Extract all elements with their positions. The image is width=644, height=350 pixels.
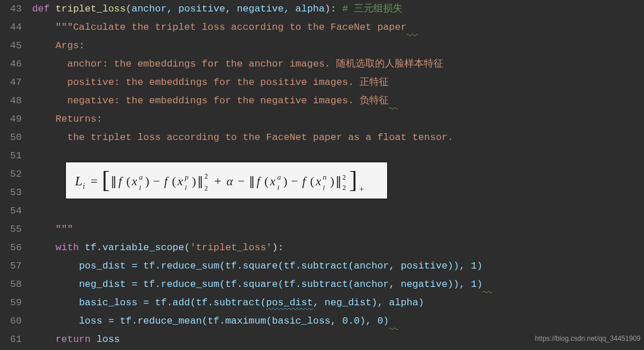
svg-text:x: x bbox=[131, 174, 138, 188]
svg-text:=: = bbox=[91, 174, 97, 188]
svg-text:]: ] bbox=[349, 166, 357, 193]
svg-text:i: i bbox=[83, 182, 85, 190]
line-number: 48 bbox=[5, 92, 22, 110]
line-number: 59 bbox=[5, 294, 22, 312]
code-line[interactable]: Args: bbox=[32, 37, 644, 55]
warning-underline: pos_dist bbox=[266, 297, 313, 308]
svg-text:): ) bbox=[192, 174, 196, 188]
svg-text:+: + bbox=[359, 184, 364, 193]
paren: ) bbox=[325, 3, 330, 14]
svg-text:(: ( bbox=[264, 174, 268, 188]
comment: # 三元组损失 bbox=[342, 3, 403, 14]
code-line[interactable]: positive: the embeddings for the positiv… bbox=[32, 73, 644, 92]
svg-text:‖: ‖ bbox=[111, 174, 117, 188]
svg-text:2: 2 bbox=[342, 184, 346, 192]
code-line[interactable] bbox=[32, 202, 644, 220]
line-number: 49 bbox=[5, 110, 22, 129]
line-number: 47 bbox=[5, 73, 22, 92]
svg-text:): ) bbox=[330, 174, 334, 188]
code-line[interactable]: """Calculate the triplet loss according … bbox=[32, 18, 644, 37]
svg-text:a: a bbox=[139, 173, 142, 181]
svg-text:i: i bbox=[323, 184, 325, 192]
code-line[interactable]: """ bbox=[32, 220, 644, 239]
svg-text:α: α bbox=[227, 174, 233, 188]
line-number: 61 bbox=[5, 330, 22, 349]
svg-text:2: 2 bbox=[204, 184, 208, 192]
keyword-with: with bbox=[56, 242, 79, 253]
line-number: 58 bbox=[5, 275, 22, 294]
line-number: 53 bbox=[5, 184, 22, 202]
svg-text:i: i bbox=[185, 184, 187, 192]
paren: ( bbox=[184, 242, 190, 253]
line-number: 45 bbox=[5, 37, 22, 55]
svg-text:(: ( bbox=[172, 174, 176, 188]
code-line[interactable]: def triplet_loss(anchor, positive, negat… bbox=[32, 0, 644, 18]
svg-text:x: x bbox=[177, 174, 184, 188]
svg-text:): ) bbox=[145, 174, 149, 188]
line-number: 50 bbox=[5, 129, 22, 147]
line-number: 44 bbox=[5, 18, 22, 37]
statement: basic_loss = tf.add(tf.subtract( bbox=[79, 297, 266, 308]
line-number: 60 bbox=[5, 312, 22, 330]
docstring: the triplet loss according to the FaceNe… bbox=[56, 132, 454, 143]
svg-text:[: [ bbox=[102, 166, 110, 193]
code-line[interactable]: anchor: the embeddings for the anchor im… bbox=[32, 55, 644, 73]
svg-text:(: ( bbox=[126, 174, 130, 188]
docstring: anchor: the embeddings for the anchor im… bbox=[56, 59, 444, 69]
line-number: 57 bbox=[5, 257, 22, 275]
svg-text:f: f bbox=[164, 174, 169, 188]
docstring: Returns: bbox=[56, 114, 103, 125]
svg-text:i: i bbox=[139, 184, 141, 192]
line-number: 46 bbox=[5, 55, 22, 73]
svg-text:‖: ‖ bbox=[249, 174, 255, 188]
keyword-return: return bbox=[56, 334, 91, 345]
watermark: https://blog.csdn.net/qq_34451909 bbox=[535, 329, 641, 348]
code-line[interactable]: negative: the embeddings for the negativ… bbox=[32, 92, 644, 110]
line-number: 55 bbox=[5, 220, 22, 239]
code-line[interactable]: pos_dist = tf.reduce_sum(tf.square(tf.su… bbox=[32, 257, 644, 275]
svg-text:f: f bbox=[119, 174, 124, 188]
identifier: loss bbox=[96, 334, 120, 345]
svg-text:f: f bbox=[302, 174, 307, 188]
formula-image: L i = [ ‖ f ( x a i ) − f ( x p i ) ‖ 2 … bbox=[66, 162, 387, 199]
code-line[interactable]: Returns: bbox=[32, 110, 644, 129]
statement: , neg_dist), alpha) bbox=[313, 297, 424, 308]
svg-text:2: 2 bbox=[204, 172, 208, 180]
svg-text:2: 2 bbox=[342, 173, 346, 181]
svg-text:−: − bbox=[153, 174, 160, 188]
docstring: Args: bbox=[56, 40, 85, 51]
svg-text:+: + bbox=[214, 174, 221, 188]
line-number: 54 bbox=[5, 202, 22, 220]
svg-text:x: x bbox=[270, 174, 276, 188]
svg-text:−: − bbox=[291, 174, 298, 188]
call: tf.variable_scope bbox=[85, 242, 184, 253]
docstring: negative: the embeddings for the negativ… bbox=[56, 95, 389, 106]
code-line[interactable]: neg_dist = tf.reduce_sum(tf.square(tf.su… bbox=[32, 275, 644, 294]
svg-text:f: f bbox=[256, 174, 261, 188]
code-line[interactable]: loss = tf.reduce_mean(tf.maximum(basic_l… bbox=[32, 312, 644, 330]
statement: loss = tf.reduce_mean(tf.maximum(basic_l… bbox=[79, 316, 389, 326]
string: 'triplet_loss' bbox=[190, 242, 272, 253]
code-line[interactable]: basic_loss = tf.add(tf.subtract(pos_dist… bbox=[32, 294, 644, 312]
colon: : bbox=[278, 242, 284, 253]
line-number: 56 bbox=[5, 239, 22, 257]
svg-text:L: L bbox=[75, 173, 83, 188]
svg-text:(: ( bbox=[310, 174, 314, 188]
svg-text:i: i bbox=[277, 184, 279, 192]
svg-text:n: n bbox=[323, 173, 326, 181]
code-line[interactable]: the triplet loss according to the FaceNe… bbox=[32, 129, 644, 147]
line-number-gutter: 43 44 45 46 47 48 49 50 51 52 53 54 55 5… bbox=[0, 0, 30, 350]
params: anchor, positive, negative, alpha bbox=[131, 3, 325, 14]
docstring: positive: the embeddings for the positiv… bbox=[56, 77, 389, 88]
svg-text:): ) bbox=[283, 174, 287, 188]
line-number: 52 bbox=[5, 165, 22, 184]
svg-text:a: a bbox=[277, 173, 280, 181]
svg-text:‖: ‖ bbox=[197, 174, 204, 188]
code-line[interactable]: with tf.variable_scope('triplet_loss'): bbox=[32, 239, 644, 257]
svg-text:‖: ‖ bbox=[335, 174, 342, 188]
function-name: triplet_loss bbox=[56, 3, 126, 14]
paren: ( bbox=[126, 3, 131, 14]
docstring: """Calculate the triplet loss according … bbox=[56, 22, 407, 33]
colon: : bbox=[330, 3, 336, 14]
line-number: 43 bbox=[5, 0, 22, 18]
